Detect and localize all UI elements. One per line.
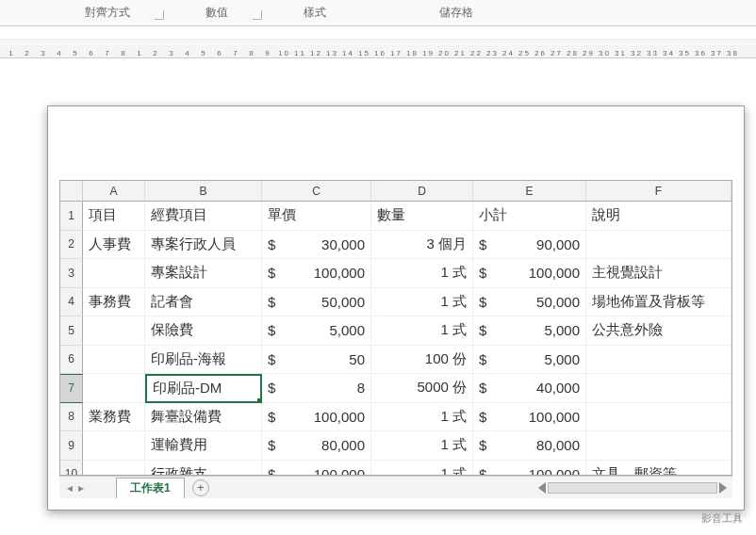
cell-D10[interactable]: 1 式 bbox=[371, 461, 473, 477]
cell-B8[interactable]: 舞臺設備費 bbox=[145, 403, 262, 432]
scroll-right-icon[interactable] bbox=[719, 482, 727, 494]
cell-D9[interactable]: 1 式 bbox=[371, 431, 473, 461]
col-header-D[interactable]: D bbox=[371, 181, 473, 202]
cell-B2[interactable]: 專案行政人員 bbox=[145, 231, 262, 260]
ribbon-group-label: 對齊方式 bbox=[85, 6, 130, 19]
cell-D6[interactable]: 100 份 bbox=[371, 346, 473, 375]
cell-F6[interactable] bbox=[586, 346, 731, 375]
cell-B10[interactable]: 行政雜支 bbox=[145, 461, 262, 477]
row-header-7[interactable]: 7 bbox=[60, 374, 83, 403]
cell-F8[interactable] bbox=[586, 403, 731, 432]
cell-C7[interactable]: $8 bbox=[262, 374, 371, 403]
ribbon-group-number[interactable]: 數值 bbox=[168, 5, 266, 21]
cell-E7[interactable]: $40,000 bbox=[473, 374, 586, 403]
sheet-tab-active[interactable]: 工作表1 bbox=[116, 478, 185, 498]
cell-C6[interactable]: $50 bbox=[262, 346, 371, 375]
cell-C3[interactable]: $100,000 bbox=[262, 259, 371, 288]
cell-A4[interactable]: 事務費 bbox=[83, 288, 145, 317]
row-header-3[interactable]: 3 bbox=[60, 259, 83, 288]
cell-C4[interactable]: $50,000 bbox=[262, 288, 371, 317]
cell-C8[interactable]: $100,000 bbox=[262, 403, 371, 432]
cell-C5[interactable]: $5,000 bbox=[262, 316, 371, 346]
cell-A3[interactable] bbox=[83, 259, 145, 288]
row-header-9[interactable]: 9 bbox=[60, 431, 83, 461]
horizontal-ruler[interactable]: 1234567812345678910111213141516171819202… bbox=[0, 40, 756, 58]
col-header-E[interactable]: E bbox=[473, 181, 586, 202]
row-headers[interactable]: 123456789101112 bbox=[60, 202, 83, 475]
cell-C10[interactable]: $100,000 bbox=[262, 461, 371, 477]
cell-E8[interactable]: $100,000 bbox=[473, 403, 586, 432]
cell-B6[interactable]: 印刷品-海報 bbox=[145, 346, 262, 375]
cell-D4[interactable]: 1 式 bbox=[371, 288, 473, 317]
cell-E1[interactable]: 小計 bbox=[473, 202, 586, 231]
row-header-10[interactable]: 10 bbox=[60, 461, 83, 477]
cell-D8[interactable]: 1 式 bbox=[371, 403, 473, 432]
cell-D5[interactable]: 1 式 bbox=[371, 316, 473, 346]
horizontal-scrollbar[interactable] bbox=[209, 482, 732, 494]
cell-A9[interactable] bbox=[83, 431, 145, 461]
cell-B5[interactable]: 保險費 bbox=[145, 316, 262, 346]
worksheet-area[interactable]: A B C D E F 123456789101112 項目經費項目單價數量小計… bbox=[59, 180, 732, 476]
tab-nav-prev-icon[interactable]: ◂ bbox=[67, 481, 73, 494]
cell-A6[interactable] bbox=[83, 346, 145, 375]
cell-B9[interactable]: 運輸費用 bbox=[145, 431, 262, 461]
cell-B1[interactable]: 經費項目 bbox=[145, 202, 262, 231]
cell-E9[interactable]: $80,000 bbox=[473, 431, 586, 461]
cell-F3[interactable]: 主視覺設計 bbox=[586, 259, 731, 288]
tab-nav-buttons[interactable]: ◂ ▸ bbox=[59, 481, 116, 494]
cell-B7[interactable]: 印刷品-DM bbox=[145, 374, 262, 403]
table-row: 印刷品-DM$85000 份$40,000 bbox=[83, 374, 731, 403]
cell-F9[interactable] bbox=[586, 431, 731, 461]
cell-A5[interactable] bbox=[83, 316, 145, 346]
ribbon-group-styles[interactable]: 樣式 bbox=[266, 5, 364, 21]
scroll-left-icon[interactable] bbox=[538, 482, 546, 494]
col-header-F[interactable]: F bbox=[586, 181, 731, 202]
cell-A2[interactable]: 人事費 bbox=[83, 231, 145, 260]
column-headers[interactable]: A B C D E F bbox=[83, 181, 731, 202]
cell-B4[interactable]: 記者會 bbox=[145, 288, 262, 317]
row-header-8[interactable]: 8 bbox=[60, 403, 83, 432]
row-header-1[interactable]: 1 bbox=[60, 202, 83, 231]
ribbon-group-cells[interactable]: 儲存格 bbox=[364, 5, 549, 21]
cell-grid[interactable]: 項目經費項目單價數量小計說明人事費專案行政人員$30,0003 個月$90,00… bbox=[83, 202, 731, 475]
cell-C1[interactable]: 單價 bbox=[262, 202, 371, 231]
cell-A10[interactable] bbox=[83, 461, 145, 477]
cell-C2[interactable]: $30,000 bbox=[262, 231, 371, 260]
tab-nav-next-icon[interactable]: ▸ bbox=[78, 481, 84, 494]
row-header-4[interactable]: 4 bbox=[60, 288, 83, 317]
cell-E5[interactable]: $5,000 bbox=[473, 316, 586, 346]
cell-F5[interactable]: 公共意外險 bbox=[586, 316, 731, 346]
col-header-A[interactable]: A bbox=[83, 181, 145, 202]
cell-F7[interactable] bbox=[586, 374, 731, 403]
row-header-5[interactable]: 5 bbox=[60, 316, 83, 346]
cell-F4[interactable]: 場地佈置及背板等 bbox=[586, 288, 731, 317]
cell-D7[interactable]: 5000 份 bbox=[371, 374, 473, 403]
cell-E4[interactable]: $50,000 bbox=[473, 288, 586, 317]
row-header-6[interactable]: 6 bbox=[60, 346, 83, 375]
select-all-corner[interactable] bbox=[60, 181, 83, 202]
cell-E10[interactable]: $100,000 bbox=[473, 461, 586, 477]
ribbon-group-alignment[interactable]: 對齊方式 bbox=[0, 5, 168, 21]
cell-F1[interactable]: 說明 bbox=[586, 202, 731, 231]
table-row: 行政雜支$100,0001 式$100,000文具、郵資等 bbox=[83, 461, 731, 477]
cell-F2[interactable] bbox=[586, 231, 731, 260]
cell-A1[interactable]: 項目 bbox=[83, 202, 145, 231]
cell-D2[interactable]: 3 個月 bbox=[371, 231, 473, 260]
cell-F10[interactable]: 文具、郵資等 bbox=[586, 461, 731, 477]
row-header-2[interactable]: 2 bbox=[60, 231, 83, 260]
dialog-launcher-icon[interactable] bbox=[155, 10, 164, 20]
scroll-track[interactable] bbox=[548, 482, 717, 494]
cell-A7[interactable] bbox=[83, 374, 145, 403]
col-header-C[interactable]: C bbox=[262, 181, 371, 202]
col-header-B[interactable]: B bbox=[145, 181, 262, 202]
new-sheet-button[interactable]: + bbox=[192, 479, 209, 496]
cell-E6[interactable]: $5,000 bbox=[473, 346, 586, 375]
cell-E3[interactable]: $100,000 bbox=[473, 259, 586, 288]
cell-D1[interactable]: 數量 bbox=[371, 202, 473, 231]
cell-D3[interactable]: 1 式 bbox=[371, 259, 473, 288]
cell-A8[interactable]: 業務費 bbox=[83, 403, 145, 432]
cell-B3[interactable]: 專案設計 bbox=[145, 259, 262, 288]
cell-C9[interactable]: $80,000 bbox=[262, 431, 371, 461]
cell-E2[interactable]: $90,000 bbox=[473, 231, 586, 260]
dialog-launcher-icon[interactable] bbox=[253, 10, 262, 20]
